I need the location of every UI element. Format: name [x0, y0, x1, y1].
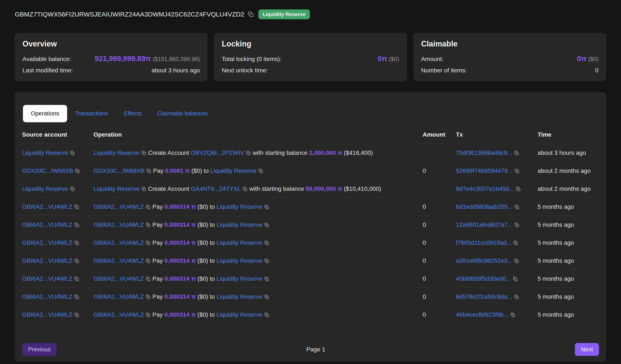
tx-cell: 12a9601afed607a7...: [456, 216, 538, 234]
copy-icon[interactable]: [514, 151, 519, 156]
operation-account-link[interactable]: Liquidity Reserve: [216, 203, 262, 210]
table-header-row: Source account Operation Amount Tx Time: [22, 125, 599, 144]
source-account-link[interactable]: GDX33C...IW66XB: [22, 167, 73, 174]
tx-link[interactable]: 8d7e4c3507e1b45d...: [456, 185, 514, 192]
copy-icon[interactable]: [258, 169, 263, 174]
copy-icon[interactable]: [146, 169, 151, 174]
operation-account-link[interactable]: Liquidity Reserve: [216, 257, 262, 264]
copy-icon[interactable]: [264, 312, 269, 317]
tx-cell: 75df3613898a46c8...: [456, 144, 538, 162]
copy-icon[interactable]: [74, 258, 79, 264]
operation-account-link[interactable]: GBVZQM...2PZWIV: [191, 149, 244, 156]
copy-icon[interactable]: [264, 276, 269, 282]
claimable-amount-usd: ($0): [586, 56, 599, 62]
overview-title: Overview: [22, 39, 200, 48]
copy-icon[interactable]: [146, 276, 151, 282]
tx-link[interactable]: 6d578e2f1a59c8da...: [456, 293, 512, 300]
time-cell: 5 months ago: [538, 252, 599, 270]
copy-icon[interactable]: [264, 240, 269, 246]
operation-account-link[interactable]: Liquidity Reserve: [216, 293, 262, 300]
source-account-link[interactable]: Liquidity Reserve: [22, 185, 68, 192]
tx-link[interactable]: 52699f74b9584479...: [456, 167, 513, 174]
operation-account-link[interactable]: Liquidity Reserve: [216, 222, 262, 228]
operation-account-link[interactable]: GDX33C...IW66XB: [93, 167, 144, 174]
available-balance-usd: ($191,960,399.98): [151, 56, 200, 62]
copy-icon[interactable]: [242, 187, 248, 192]
copy-icon[interactable]: [74, 294, 79, 300]
operation-account-link[interactable]: Liquidity Reserve: [216, 311, 262, 318]
copy-icon[interactable]: [264, 258, 269, 264]
copy-icon[interactable]: [70, 187, 75, 192]
operation-account-link[interactable]: GBI6A2...VU4WLZ: [93, 311, 144, 318]
copy-icon[interactable]: [515, 205, 519, 210]
source-account-link[interactable]: GBI6A2...VU4WLZ: [22, 222, 72, 228]
source-account-link[interactable]: GBI6A2...VU4WLZ: [22, 257, 72, 264]
operation-account-link[interactable]: Liquidity Reserve: [93, 149, 139, 156]
source-account-link[interactable]: GBI6A2...VU4WLZ: [22, 311, 72, 318]
copy-icon[interactable]: [70, 151, 75, 156]
copy-icon[interactable]: [146, 258, 151, 264]
tx-link[interactable]: f7685d11cc0919ad...: [456, 239, 511, 246]
operation-account-link[interactable]: GBI6A2...VU4WLZ: [93, 203, 144, 210]
tab-claimable-balances[interactable]: Claimable balances: [150, 105, 216, 122]
tab-effects[interactable]: Effects: [116, 105, 150, 122]
tx-link[interactable]: 12a9601afed607a7...: [456, 222, 513, 228]
copy-icon[interactable]: [510, 312, 516, 317]
copy-icon[interactable]: [74, 222, 79, 228]
tab-transactions[interactable]: Transactions: [67, 105, 116, 122]
copy-icon[interactable]: [264, 294, 269, 300]
source-account-link[interactable]: GBI6A2...VU4WLZ: [22, 239, 72, 246]
last-modified-row: Last modified time: about 3 hours ago: [22, 67, 200, 74]
copy-icon[interactable]: [146, 205, 151, 210]
copy-icon[interactable]: [75, 169, 80, 174]
tx-link[interactable]: 46b4cecfbf923f9b...: [456, 311, 509, 318]
copy-icon[interactable]: [516, 187, 521, 192]
operation-account-link[interactable]: Liquidity Reserve: [210, 167, 257, 174]
next-unlock-label: Next unlock time:: [222, 67, 268, 74]
copy-icon[interactable]: [74, 240, 79, 246]
tab-operations[interactable]: Operations: [23, 105, 67, 122]
tx-link[interactable]: 75df3613898a46c8...: [456, 149, 512, 156]
operation-account-link[interactable]: GBI6A2...VU4WLZ: [93, 275, 144, 282]
copy-icon[interactable]: [264, 205, 269, 210]
copy-icon[interactable]: [74, 205, 79, 210]
copy-icon[interactable]: [246, 151, 251, 156]
source-account-link[interactable]: GBI6A2...VU4WLZ: [22, 203, 72, 210]
operation-account-link[interactable]: GBI6A2...VU4WLZ: [93, 239, 144, 246]
copy-icon[interactable]: [514, 294, 519, 300]
previous-page-button[interactable]: Previous: [22, 343, 57, 356]
operation-account-link[interactable]: GBI6A2...VU4WLZ: [93, 293, 144, 300]
table-row: Liquidity Reserve Liquidity Reserve Crea…: [22, 144, 599, 162]
copy-icon[interactable]: [514, 258, 519, 264]
source-account-link[interactable]: GBI6A2...VU4WLZ: [22, 293, 72, 300]
operation-account-link[interactable]: Liquidity Reserve: [216, 239, 262, 246]
copy-icon[interactable]: [146, 312, 151, 317]
source-account-cell: GBI6A2...VU4WLZ: [22, 270, 93, 288]
operation-account-link[interactable]: GBI6A2...VU4WLZ: [93, 222, 144, 228]
table-row: GBI6A2...VU4WLZ GBI6A2...VU4WLZ Pay 0.00…: [22, 216, 599, 234]
copy-icon[interactable]: [515, 222, 519, 228]
copy-icon[interactable]: [74, 312, 79, 317]
copy-address-icon[interactable]: [248, 11, 254, 17]
copy-icon[interactable]: [141, 151, 146, 156]
copy-icon[interactable]: [146, 294, 151, 300]
copy-icon[interactable]: [141, 187, 146, 192]
next-page-button[interactable]: Next: [575, 343, 599, 356]
time-cell: 5 months ago: [538, 270, 599, 288]
copy-icon[interactable]: [515, 169, 519, 174]
tx-link[interactable]: 6d1edd980faab205...: [456, 203, 513, 210]
operation-account-link[interactable]: GBI6A2...VU4WLZ: [93, 257, 144, 264]
copy-icon[interactable]: [513, 276, 518, 282]
source-account-link[interactable]: GBI6A2...VU4WLZ: [22, 275, 72, 282]
operation-account-link[interactable]: GA4NT6...24TYXL: [191, 185, 241, 192]
copy-icon[interactable]: [513, 240, 518, 246]
tx-link[interactable]: a391e6f8c98252e3...: [456, 257, 512, 264]
source-account-link[interactable]: Liquidity Reserve: [22, 149, 68, 156]
copy-icon[interactable]: [264, 222, 269, 228]
copy-icon[interactable]: [74, 276, 79, 282]
tx-link[interactable]: 45b6f699f5d30e06...: [456, 275, 511, 282]
operation-account-link[interactable]: Liquidity Reserve: [216, 275, 262, 282]
copy-icon[interactable]: [146, 222, 151, 228]
operation-account-link[interactable]: Liquidity Reserve: [93, 185, 139, 192]
copy-icon[interactable]: [146, 240, 151, 246]
